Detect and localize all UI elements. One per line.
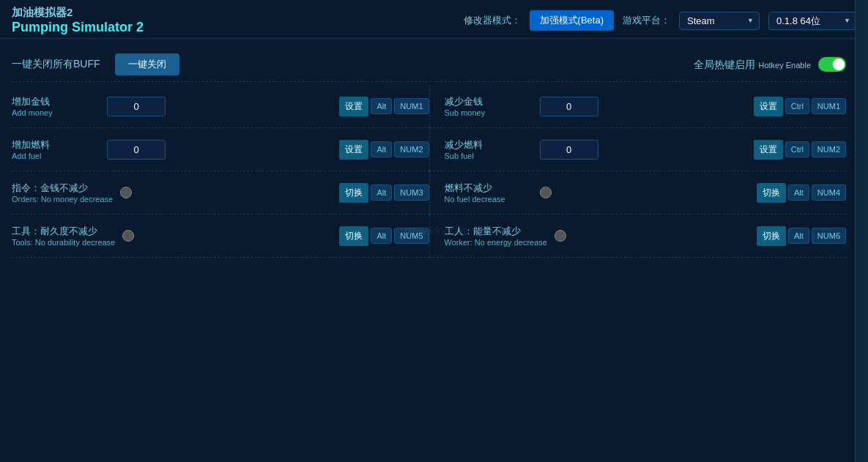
one-key-row: 一键关闭所有BUFF 一键关闭 全局热键启用 Hotkey Enable	[12, 46, 846, 82]
one-key-left: 一键关闭所有BUFF 一键关闭	[12, 53, 179, 75]
no-money-decrease-toggle[interactable]	[120, 187, 132, 198]
feature-add-money: 增加金钱 Add money 设置 Alt NUM1	[12, 85, 429, 128]
version-select-wrapper: 0.1.8 64位	[768, 12, 856, 30]
no-money-decrease-key2: NUM3	[394, 185, 429, 201]
sub-money-hotkey: 设置 Ctrl NUM1	[754, 97, 846, 116]
no-durability-hotkey: 切换 Alt NUM5	[339, 226, 429, 246]
add-money-label: 增加金钱 Add money	[12, 95, 100, 117]
title-area: 加油模拟器2 Pumping Simulator 2	[12, 6, 144, 35]
add-money-en: Add money	[12, 108, 100, 117]
sub-fuel-key1: Ctrl	[785, 141, 809, 157]
sub-fuel-key2: NUM2	[812, 141, 846, 157]
platform-select[interactable]: Steam	[679, 12, 760, 30]
sub-fuel-input[interactable]	[540, 140, 598, 160]
no-money-decrease-hotkey: 切换 Alt NUM3	[339, 183, 429, 203]
sub-money-en: Sub money	[445, 108, 533, 117]
modifier-label: 修改器模式：	[464, 14, 521, 27]
add-fuel-key2: NUM2	[394, 141, 429, 157]
add-money-input[interactable]	[107, 97, 166, 116]
version-select[interactable]: 0.1.8 64位	[768, 12, 856, 30]
no-money-decrease-btn[interactable]: 切换	[339, 183, 368, 203]
feature-no-energy: 工人：能量不减少 Worker: No energy decrease 切换 A…	[429, 215, 847, 258]
sub-money-label: 减少金钱 Sub money	[445, 95, 533, 117]
sub-fuel-en: Sub fuel	[445, 152, 533, 160]
hotkey-en: Hotkey Enable	[758, 61, 811, 70]
sub-fuel-hotkey: 设置 Ctrl NUM2	[754, 140, 846, 160]
sub-money-input[interactable]	[540, 97, 598, 116]
add-fuel-en: Add fuel	[12, 152, 100, 160]
feature-sub-money: 减少金钱 Sub money 设置 Ctrl NUM1	[429, 85, 847, 128]
title-cn: 加油模拟器2	[12, 6, 144, 20]
add-money-key1: Alt	[371, 98, 392, 114]
no-durability-key2: NUM5	[394, 228, 429, 244]
sub-money-cn: 减少金钱	[445, 95, 533, 108]
no-fuel-decrease-key1: Alt	[788, 185, 809, 201]
no-energy-toggle[interactable]	[554, 230, 566, 242]
add-money-set-btn[interactable]: 设置	[339, 97, 368, 116]
add-money-cn: 增加金钱	[12, 95, 100, 108]
no-durability-key1: Alt	[371, 228, 392, 244]
feature-no-fuel-decrease: 燃料不减少 No fuel decrease 切换 Alt NUM4	[429, 171, 847, 215]
top-bar: 加油模拟器2 Pumping Simulator 2 修改器模式： 加强模式(B…	[0, 0, 868, 39]
no-energy-label: 工人：能量不减少 Worker: No energy decrease	[445, 225, 547, 247]
no-energy-btn[interactable]: 切换	[757, 226, 786, 246]
platform-select-wrapper: Steam	[679, 12, 760, 30]
sub-fuel-cn: 减少燃料	[445, 138, 533, 152]
right-edge-bar	[855, 0, 868, 462]
sub-fuel-label: 减少燃料 Sub fuel	[445, 138, 533, 160]
hotkey-labels: 全局热键启用 Hotkey Enable	[694, 58, 811, 72]
no-fuel-decrease-hotkey: 切换 Alt NUM4	[757, 183, 846, 203]
no-money-decrease-cn: 指令：金钱不减少	[12, 182, 113, 195]
no-energy-hotkey: 切换 Alt NUM6	[757, 226, 846, 246]
no-fuel-decrease-cn: 燃料不减少	[445, 182, 533, 195]
sub-money-set-btn[interactable]: 设置	[754, 97, 783, 116]
one-key-label: 一键关闭所有BUFF	[12, 58, 100, 71]
hotkey-area: 全局热键启用 Hotkey Enable	[694, 57, 846, 72]
close-all-button[interactable]: 一键关闭	[115, 53, 179, 75]
no-fuel-decrease-en: No fuel decrease	[445, 195, 533, 204]
no-fuel-decrease-label: 燃料不减少 No fuel decrease	[445, 182, 533, 204]
sub-money-key2: NUM1	[812, 98, 846, 114]
no-money-decrease-key1: Alt	[371, 185, 392, 201]
no-durability-btn[interactable]: 切换	[339, 226, 368, 246]
no-energy-key1: Alt	[788, 228, 809, 244]
mode-button[interactable]: 加强模式(Beta)	[530, 10, 614, 31]
add-fuel-hotkey: 设置 Alt NUM2	[339, 140, 429, 160]
feature-add-fuel: 增加燃料 Add fuel 设置 Alt NUM2	[12, 128, 429, 171]
no-money-decrease-en: Orders: No money decrease	[12, 195, 113, 204]
no-durability-label: 工具：耐久度不减少 Tools: No durability decrease	[12, 225, 115, 247]
feature-sub-fuel: 减少燃料 Sub fuel 设置 Ctrl NUM2	[429, 128, 847, 171]
features-grid: 增加金钱 Add money 设置 Alt NUM1 减少金钱 Sub mone…	[12, 85, 846, 258]
global-hotkey-toggle[interactable]	[818, 57, 846, 72]
main-content: 一键关闭所有BUFF 一键关闭 全局热键启用 Hotkey Enable 增加金…	[0, 39, 868, 265]
add-fuel-key1: Alt	[371, 141, 392, 157]
platform-label: 游戏平台：	[623, 14, 670, 27]
no-durability-toggle[interactable]	[122, 230, 134, 242]
sub-fuel-set-btn[interactable]: 设置	[754, 140, 783, 160]
hotkey-cn: 全局热键启用	[694, 59, 755, 70]
add-fuel-cn: 增加燃料	[12, 138, 100, 152]
add-fuel-input[interactable]	[107, 140, 166, 160]
no-energy-cn: 工人：能量不减少	[445, 225, 547, 238]
no-energy-en: Worker: No energy decrease	[445, 238, 547, 247]
top-right-controls: 修改器模式： 加强模式(Beta) 游戏平台： Steam 0.1.8 64位	[464, 10, 856, 31]
add-money-hotkey: 设置 Alt NUM1	[339, 97, 429, 116]
no-fuel-decrease-toggle[interactable]	[540, 187, 552, 198]
add-fuel-set-btn[interactable]: 设置	[339, 140, 368, 160]
no-durability-en: Tools: No durability decrease	[12, 238, 115, 247]
no-energy-key2: NUM6	[812, 228, 846, 244]
no-money-decrease-label: 指令：金钱不减少 Orders: No money decrease	[12, 182, 113, 204]
feature-no-money-decrease: 指令：金钱不减少 Orders: No money decrease 切换 Al…	[12, 171, 429, 215]
no-fuel-decrease-btn[interactable]: 切换	[757, 183, 786, 203]
sub-money-key1: Ctrl	[785, 98, 809, 114]
no-fuel-decrease-key2: NUM4	[812, 185, 846, 201]
no-durability-cn: 工具：耐久度不减少	[12, 225, 115, 238]
feature-no-durability: 工具：耐久度不减少 Tools: No durability decrease …	[12, 215, 429, 258]
add-fuel-label: 增加燃料 Add fuel	[12, 138, 100, 160]
title-en: Pumping Simulator 2	[12, 20, 144, 35]
add-money-key2: NUM1	[394, 98, 429, 114]
